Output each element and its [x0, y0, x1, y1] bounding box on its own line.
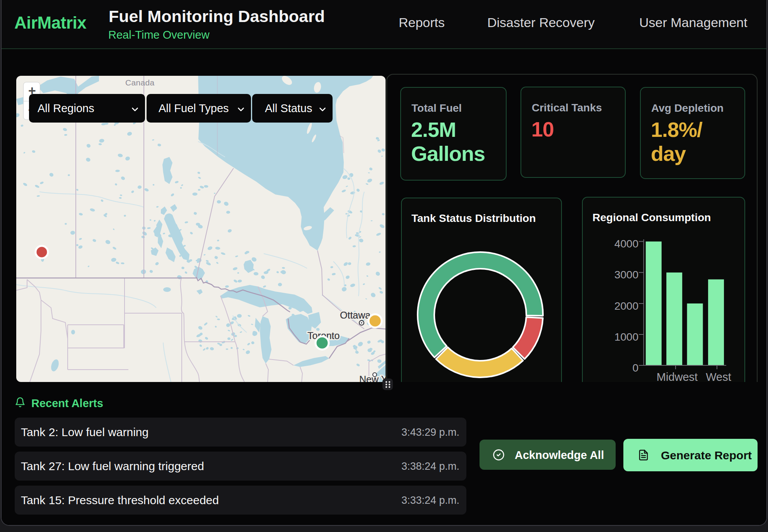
- svg-text:4000: 4000: [614, 238, 638, 250]
- svg-text:2000: 2000: [614, 300, 638, 312]
- svg-text:West: West: [706, 371, 731, 383]
- svg-text:0: 0: [632, 362, 638, 374]
- svg-text:Ottawa: Ottawa: [340, 310, 370, 321]
- svg-text:New York: New York: [359, 374, 386, 382]
- svg-text:1000: 1000: [614, 331, 638, 343]
- svg-text:Midwest: Midwest: [657, 371, 698, 383]
- svg-text:Canada: Canada: [125, 78, 154, 87]
- svg-text:3000: 3000: [614, 269, 638, 281]
